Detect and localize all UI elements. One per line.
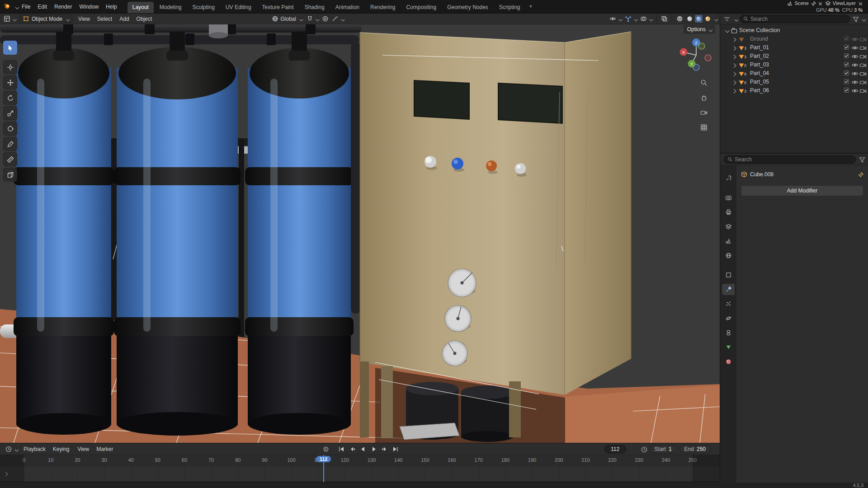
viewport-menu-item[interactable]: Select — [94, 14, 116, 23]
disable-render-icon[interactable] — [859, 61, 865, 67]
disable-render-icon[interactable] — [859, 70, 865, 76]
shading-wireframe-button[interactable] — [675, 14, 684, 23]
outliner-item[interactable]: 8 Part_05 — [720, 77, 868, 86]
tank-1[interactable] — [14, 32, 114, 435]
shading-caret-icon[interactable] — [713, 17, 717, 21]
pan-button[interactable] — [698, 92, 710, 103]
properties-tab-physics[interactable] — [722, 313, 735, 324]
next-keyframe-button[interactable] — [380, 445, 390, 454]
gizmos-dropdown[interactable] — [623, 14, 638, 23]
navigation-gizmo[interactable]: X Y Z — [678, 37, 713, 72]
workspace-tab[interactable]: Animation — [330, 2, 364, 13]
hide-eye-icon[interactable] — [851, 61, 857, 67]
properties-tab-world[interactable] — [722, 250, 735, 261]
menubar-item[interactable]: Edit — [34, 2, 51, 11]
exclude-checkbox[interactable] — [844, 70, 849, 75]
exclude-checkbox[interactable] — [844, 45, 849, 50]
scene-selector[interactable]: Scene — [787, 0, 822, 6]
workspace-tab[interactable]: Scripting — [494, 2, 525, 13]
tool-measure-button[interactable] — [3, 152, 17, 166]
filter-caret-icon[interactable] — [860, 17, 865, 21]
expand-icon[interactable] — [731, 88, 736, 93]
outliner-item[interactable]: 0 Part_03 — [720, 60, 868, 69]
side-pipe[interactable] — [351, 42, 361, 314]
viewport-menu-item[interactable]: Add — [116, 14, 132, 23]
collapse-icon[interactable] — [724, 28, 729, 33]
exclude-checkbox[interactable] — [844, 53, 849, 58]
falloff-selector[interactable] — [330, 14, 345, 23]
menubar-item[interactable]: Help — [102, 2, 121, 11]
viewport-menu-item[interactable]: View — [75, 14, 94, 23]
viewlayer-selector[interactable]: ViewLayer — [825, 0, 863, 6]
ortho-toggle-button[interactable] — [698, 122, 710, 133]
expand-icon[interactable] — [731, 70, 736, 76]
remove-viewlayer-icon[interactable] — [858, 1, 863, 6]
playhead[interactable]: 112 — [323, 455, 324, 482]
start-frame-field[interactable]: Start1 — [650, 445, 677, 453]
properties-tab-data[interactable] — [722, 342, 735, 353]
properties-filter-icon[interactable] — [859, 156, 864, 162]
exclude-checkbox[interactable] — [844, 62, 849, 67]
axis-x-neg-ball[interactable] — [705, 55, 711, 61]
tool-add-cube-button[interactable] — [3, 168, 17, 182]
prev-keyframe-button[interactable] — [347, 445, 357, 454]
under-cabinet-vessels[interactable] — [400, 382, 514, 442]
exclude-checkbox[interactable] — [844, 36, 849, 41]
timeline-track[interactable] — [0, 466, 720, 481]
zoom-button[interactable] — [698, 77, 710, 89]
app-menu-caret-icon[interactable] — [14, 5, 18, 9]
display-mode-icon[interactable] — [723, 15, 731, 23]
tool-transform-button[interactable] — [3, 122, 17, 136]
timeline-popover[interactable]: Playback — [20, 445, 49, 454]
shading-rendered-button[interactable] — [703, 14, 712, 23]
expand-icon[interactable] — [731, 36, 736, 42]
workspace-tab[interactable]: Compositing — [401, 2, 441, 13]
expand-icon[interactable] — [731, 62, 736, 67]
blender-logo-icon[interactable] — [4, 2, 13, 11]
axis-z-neg-ball[interactable] — [693, 64, 699, 70]
tool-annotate-button[interactable] — [3, 137, 17, 151]
tool-move-button[interactable] — [3, 75, 17, 89]
jump-to-start-button[interactable] — [336, 445, 346, 454]
axis-y-neg-ball[interactable] — [698, 43, 705, 49]
expand-icon[interactable] — [731, 53, 736, 59]
current-frame-field[interactable]: 112 — [604, 445, 626, 453]
properties-tab-modifiers[interactable] — [722, 284, 735, 295]
tool-rotate-button[interactable] — [3, 91, 17, 105]
properties-search-input[interactable]: Search — [724, 155, 856, 164]
timeline-ruler[interactable]: 0102030405060708090100110120130140150160… — [0, 455, 720, 466]
expand-icon[interactable] — [731, 79, 736, 84]
add-modifier-button[interactable]: Add Modifier — [741, 185, 863, 196]
disable-render-icon[interactable] — [859, 79, 865, 84]
viewport-menu-item[interactable]: Object — [133, 14, 156, 23]
channel-expand-icon[interactable] — [3, 470, 8, 476]
filter-icon[interactable] — [852, 16, 858, 22]
properties-tab-scene[interactable] — [722, 235, 735, 247]
shading-solid-button[interactable] — [685, 14, 694, 23]
camera-view-button[interactable] — [698, 107, 710, 118]
shading-material-button[interactable] — [695, 15, 703, 23]
hide-eye-icon[interactable] — [851, 79, 857, 84]
disable-render-icon[interactable] — [859, 36, 865, 42]
visibility-dropdown[interactable] — [608, 14, 623, 23]
disable-render-icon[interactable] — [859, 53, 865, 59]
viewport-3d[interactable]: X Y Z Options — [0, 24, 720, 443]
properties-tab-output[interactable] — [722, 206, 735, 218]
viewport-options-dropdown[interactable]: Options — [684, 25, 715, 34]
outliner-search-input[interactable]: Search — [740, 15, 850, 23]
end-frame-field[interactable]: End250 — [679, 445, 711, 453]
workspace-tab[interactable]: Rendering — [365, 2, 400, 13]
snap-toggle[interactable] — [305, 14, 320, 23]
workspace-tab[interactable]: Modeling — [155, 2, 187, 13]
unlink-scene-icon[interactable] — [817, 1, 822, 6]
workspace-tab[interactable]: Layout — [127, 2, 154, 13]
auto-key-button[interactable] — [321, 445, 331, 454]
workspace-tab[interactable]: Geometry Nodes — [442, 2, 493, 13]
exclude-checkbox[interactable] — [844, 79, 849, 84]
outliner-item[interactable]: 3 Part_01 — [720, 43, 868, 52]
expand-icon[interactable] — [731, 45, 736, 50]
disable-render-icon[interactable] — [859, 87, 865, 93]
properties-tab-constraints[interactable] — [722, 327, 735, 338]
hide-eye-icon[interactable] — [851, 36, 857, 42]
pin-icon[interactable] — [811, 1, 816, 6]
